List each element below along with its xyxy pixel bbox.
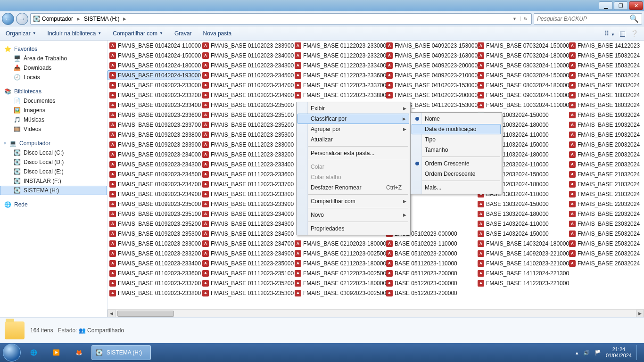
clock-date[interactable]: 01/04/2024 <box>606 353 632 359</box>
file-item[interactable]: FMAIS_BASE 01112023-233000 <box>200 140 293 149</box>
taskbar-media[interactable]: ▶️ <box>46 345 66 360</box>
file-item[interactable]: FMAIS_BASE 01122023-233800 <box>293 90 384 100</box>
file-item[interactable]: FMAIS_BASE 04092023-163000 <box>384 50 476 60</box>
file-item[interactable]: FMAIS_BASE 01112023-234700 <box>200 239 293 248</box>
organize-button[interactable]: Organizar▼ <box>6 30 36 37</box>
file-item[interactable]: FMAIS_BASE 26032024 <box>567 248 644 258</box>
file-item[interactable]: FMAIS_BASE 01092023-234000 <box>107 149 200 159</box>
menu-refresh[interactable]: Atualizar <box>297 134 409 145</box>
file-item[interactable]: FMAIS_BASE 20032024 <box>567 149 644 159</box>
file-item[interactable]: FMAIS_BASE 01092023-235300 <box>107 229 200 239</box>
file-item[interactable]: FMAIS_BASE 01112023-234300 <box>200 219 293 229</box>
file-item[interactable]: FMAIS_BASE 01102023-235000 <box>200 100 293 110</box>
file-item[interactable]: FMAIS_BASE 02112023-180000 <box>293 258 384 268</box>
file-item[interactable]: FMAIS_BASE 14122023-221000 <box>476 278 567 288</box>
minimize-button[interactable]: ▁ <box>599 1 613 10</box>
file-item[interactable]: FMAIS_BASE 01102023-233600 <box>107 268 200 278</box>
tray-action-center-icon[interactable]: 🏳️ <box>594 350 601 356</box>
menu-undo-rename[interactable]: Desfazer RenomearCtrl+Z <box>297 182 409 193</box>
file-item[interactable]: FMAIS_BASE 19032024 <box>567 120 644 130</box>
file-item[interactable]: FMAIS_BASE 01102023-233200 <box>107 248 200 258</box>
file-item[interactable]: FMAIS_BASE 22032024 <box>567 209 644 219</box>
file-item[interactable]: FMAIS_BASE 26032024 <box>567 258 644 268</box>
expand-icon[interactable]: ▿ <box>4 141 6 146</box>
file-item[interactable]: FMAIS_BASE 07032024-180000 <box>476 50 567 60</box>
file-item[interactable]: FMAIS_BASE 01092023-233800 <box>107 130 200 140</box>
menu-customize-folder[interactable]: Personalizar esta pasta... <box>297 148 409 158</box>
file-item[interactable]: FMAIS_BASE 14102023-221000 <box>476 258 567 268</box>
file-item[interactable]: FMAIS_BASE 14092023-221000 <box>476 248 567 258</box>
file-item[interactable]: FMAIS_BASE 23032024 <box>567 219 644 229</box>
file-item[interactable]: FMAIS_BASE 01092023-233000 <box>107 80 200 90</box>
search-input[interactable] <box>537 16 622 22</box>
menu-new[interactable]: Novo▶ <box>297 210 409 220</box>
tray-volume-icon[interactable]: 🔊 <box>583 350 590 356</box>
taskbar-ie[interactable]: 🌐 <box>24 345 43 360</box>
file-item[interactable]: FMAIS_BASE 04092023-200000 <box>384 60 476 70</box>
horizontal-scrollbar[interactable]: ◀ ▶ <box>107 309 644 317</box>
file-item[interactable]: FMAIS_BASE 01092023-233900 <box>107 140 200 149</box>
file-item[interactable]: FMAIS_BASE 15032024 <box>567 70 644 80</box>
file-item[interactable]: FMAIS_BASE 01102023-233400 <box>107 258 200 268</box>
file-item[interactable]: BASE 05102023-110000 <box>384 239 476 248</box>
forward-button[interactable]: → <box>16 13 28 25</box>
file-item[interactable]: FMAIS_BASE 09032024-110000 <box>476 90 567 100</box>
back-button[interactable]: ← <box>2 13 14 25</box>
include-in-library-button[interactable]: Incluir na biblioteca▼ <box>48 30 102 37</box>
sidebar-documents[interactable]: 📄Documentos <box>0 96 107 106</box>
file-item[interactable]: FMAIS_BASE 01102023-233700 <box>107 278 200 288</box>
file-item[interactable]: FMAIS_BASE 01042024-110000 <box>107 41 200 50</box>
file-item[interactable]: BASE 05112023-200000 <box>384 268 476 278</box>
file-item[interactable]: FMAIS_BASE 19032024 <box>567 130 644 140</box>
file-item[interactable]: FMAIS_BASE 01102023-234300 <box>200 60 293 70</box>
file-item[interactable]: FMAIS_BASE 01102023-234900 <box>200 90 293 100</box>
file-item[interactable]: FMAIS_BASE 04092023-210000 <box>384 70 476 80</box>
file-item[interactable]: FMAIS_BASE 15032024 <box>567 50 644 60</box>
sort-more[interactable]: Mais... <box>412 182 501 193</box>
file-item[interactable]: FMAIS_BASE 01092023-235200 <box>107 219 200 229</box>
search-icon[interactable]: 🔍 <box>629 14 639 23</box>
file-item[interactable]: BASE 05112023-110000 <box>384 258 476 268</box>
taskbar-active-window[interactable]: 💽 SISTEMA (H:) <box>91 345 151 360</box>
burn-button[interactable]: Gravar <box>174 30 192 37</box>
refresh-icon[interactable]: ↻ <box>520 16 529 21</box>
sidebar-downloads[interactable]: 📥Downloads <box>0 63 107 73</box>
file-item[interactable]: FMAIS_BASE 01092023-234900 <box>107 189 200 199</box>
maximize-button[interactable]: ❐ <box>614 1 628 10</box>
new-folder-button[interactable]: Nova pasta <box>203 30 232 37</box>
file-list-area[interactable]: FMAIS_BASE 01042024-110000FMAIS_BASE 010… <box>107 41 644 317</box>
breadcrumb-location[interactable]: SISTEMA (H:) <box>84 16 119 22</box>
file-item[interactable]: FMAIS_BASE 01112023-234000 <box>200 209 293 219</box>
sidebar-drive-f[interactable]: 💽INSTALAR (F:) <box>0 176 107 186</box>
sidebar-pictures[interactable]: 🖼️Imagens <box>0 106 107 115</box>
file-item[interactable]: BASE 13032024-150000 <box>476 199 567 209</box>
file-item[interactable]: FMAIS_BASE 01112023-233700 <box>200 179 293 189</box>
address-dropdown-icon[interactable]: ▼ <box>511 16 519 21</box>
file-item[interactable]: FMAIS_BASE 01102023-235200 <box>200 120 293 130</box>
sidebar-drive-h[interactable]: 💽SISTEMA (H:) <box>0 186 107 195</box>
file-item[interactable]: FMAIS_BASE 01092023-234700 <box>107 179 200 189</box>
file-item[interactable]: FMAIS_BASE 01112023-235200 <box>200 278 293 288</box>
file-item[interactable]: FMAIS_BASE 01092023-233200 <box>107 90 200 100</box>
sort-descending[interactable]: Ordem Decrescente <box>412 169 501 179</box>
file-item[interactable]: FMAIS_BASE 01092023-234500 <box>107 169 200 179</box>
file-item[interactable]: FMAIS_BASE 01122023-233400 <box>293 60 384 70</box>
search-box[interactable]: 🔍 <box>534 13 642 25</box>
file-item[interactable]: FMAIS_BASE 04092023-153000 <box>384 41 476 50</box>
file-item[interactable]: FMAIS_BASE 02122023-002500 <box>293 268 384 278</box>
file-item[interactable]: BASE 05102023-200000 <box>384 248 476 258</box>
scroll-thumb[interactable] <box>117 311 174 317</box>
file-item[interactable]: FMAIS_BASE 01112023-233200 <box>200 149 293 159</box>
clock-time[interactable]: 21:24 <box>606 346 632 353</box>
file-item[interactable]: FMAIS_BASE 20032024 <box>567 140 644 149</box>
file-item[interactable]: FMAIS_BASE 01112023-233400 <box>200 159 293 169</box>
sidebar-desktop[interactable]: 🖥️Área de Trabalho <box>0 54 107 63</box>
file-item[interactable]: FMAIS_BASE 01102023-233800 <box>107 288 200 298</box>
file-item[interactable]: FMAIS_BASE 01102023-233900 <box>200 41 293 50</box>
menu-share-with[interactable]: Compartilhar com▶ <box>297 196 409 206</box>
chevron-right-icon[interactable]: ▶ <box>121 16 128 21</box>
tray-show-hidden-icon[interactable]: ▴ <box>576 350 578 356</box>
breadcrumb-root[interactable]: Computador <box>42 16 73 22</box>
file-item[interactable]: FMAIS_BASE 01102023-233000 <box>107 239 200 248</box>
file-item[interactable]: FMAIS_BASE 10032024-110000 <box>476 100 567 110</box>
